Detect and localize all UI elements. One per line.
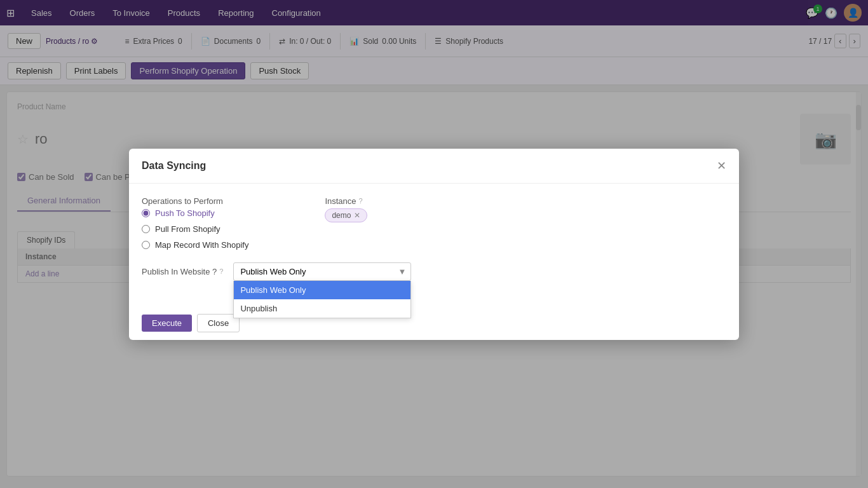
- execute-button[interactable]: Execute: [142, 315, 192, 332]
- tag-remove-icon[interactable]: ✕: [354, 211, 360, 220]
- radio-push-to-shopify[interactable]: Push To Shopify: [142, 208, 248, 218]
- instance-label: Instance ?: [325, 196, 367, 206]
- publish-select[interactable]: Publish Web Only Unpublish: [233, 262, 411, 281]
- modal-header: Data Syncing ✕: [129, 149, 739, 184]
- publish-select-wrapper: Publish Web Only Unpublish ▼ Publish Web…: [233, 262, 411, 281]
- publish-help-icon[interactable]: ?: [219, 268, 223, 275]
- operations-label: Operations to Perform: [142, 196, 248, 206]
- radio-group: Push To Shopify Pull From Shopify Map Re…: [142, 208, 248, 250]
- modal-title: Data Syncing: [142, 160, 206, 172]
- dropdown-list: Publish Web Only Unpublish: [233, 281, 411, 318]
- instance-tag: demo ✕: [325, 208, 367, 222]
- dropdown-item-unpublish[interactable]: Unpublish: [234, 299, 410, 318]
- publish-label: Publish In Website ? ?: [142, 267, 223, 276]
- modal-footer: Execute Close: [129, 306, 739, 340]
- pull-from-shopify-label: Pull From Shopify: [155, 224, 220, 234]
- push-to-shopify-label: Push To Shopify: [155, 208, 215, 218]
- instance-help-icon[interactable]: ?: [359, 197, 363, 205]
- modal-close-button[interactable]: ✕: [717, 159, 726, 173]
- publish-row: Publish In Website ? ? Publish Web Only …: [142, 262, 726, 281]
- modal-body: Operations to Perform Push To Shopify Pu…: [129, 184, 739, 306]
- operations-group: Operations to Perform Push To Shopify Pu…: [142, 196, 248, 250]
- dropdown-item-publish-web-only[interactable]: Publish Web Only: [234, 281, 410, 299]
- radio-pull-from-shopify[interactable]: Pull From Shopify: [142, 224, 248, 234]
- map-record-label: Map Record With Shopify: [155, 240, 248, 250]
- instance-tag-label: demo: [332, 211, 351, 220]
- modal-form-row-operations: Operations to Perform Push To Shopify Pu…: [142, 196, 726, 250]
- instance-group: Instance ? demo ✕: [325, 196, 367, 222]
- radio-map-record[interactable]: Map Record With Shopify: [142, 240, 248, 250]
- modal-overlay[interactable]: Data Syncing ✕ Operations to Perform Pus…: [0, 0, 868, 488]
- data-syncing-modal: Data Syncing ✕ Operations to Perform Pus…: [129, 149, 739, 340]
- instance-tag-container: demo ✕: [325, 208, 367, 222]
